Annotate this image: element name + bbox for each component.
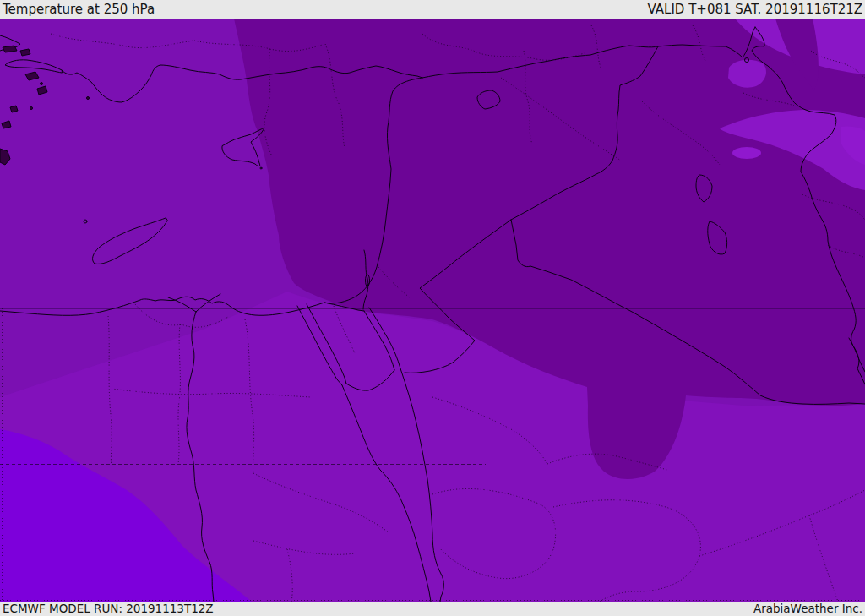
shade-lighter-patch	[732, 147, 761, 159]
weather-map-svg	[0, 19, 865, 602]
map-title: Temperature at 250 hPa	[3, 3, 155, 16]
map-canvas	[0, 19, 865, 602]
model-run-label: ECMWF MODEL RUN: 20191113T12Z	[3, 603, 214, 615]
header-bar: Temperature at 250 hPa VALID T+081 SAT. …	[0, 0, 865, 19]
weather-map-screenshot: Temperature at 250 hPa VALID T+081 SAT. …	[0, 0, 865, 616]
credit-label: ArabiaWeather Inc.	[753, 603, 862, 615]
footer-bar: ECMWF MODEL RUN: 20191113T12Z ArabiaWeat…	[0, 602, 865, 616]
valid-time-label: VALID T+081 SAT. 20191116T21Z	[648, 3, 862, 16]
